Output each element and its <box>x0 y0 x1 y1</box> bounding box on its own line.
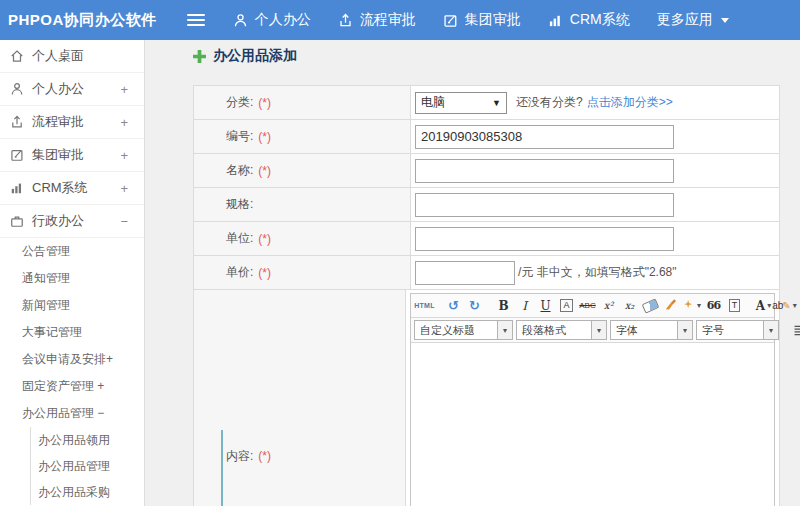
sidebar-item[interactable]: 办公用品管理 <box>30 453 144 479</box>
topbar-nav-label: CRM系统 <box>570 11 630 29</box>
align-left-button[interactable] <box>791 321 800 340</box>
price-input[interactable] <box>415 261 515 285</box>
sidebar-item-label: 固定资产管理 + <box>22 378 104 395</box>
name-input[interactable] <box>415 159 674 183</box>
expander-icon[interactable]: + <box>120 148 128 163</box>
label-text: 编号: <box>226 128 253 145</box>
sidebar-item-label: 公告管理 <box>22 243 70 260</box>
font-family-select[interactable]: 字体▾ <box>610 320 693 340</box>
topbar-nav-3[interactable]: 集团审批 <box>443 11 521 29</box>
sidebar-item[interactable]: 行政办公− <box>0 205 144 238</box>
select-label: 字号 <box>697 323 763 338</box>
editor-content-area[interactable] <box>411 343 774 506</box>
form-value-unit <box>411 222 779 255</box>
superscript-button[interactable]: x² <box>599 296 618 315</box>
glyph: ↺ <box>448 298 459 313</box>
unit-input[interactable] <box>415 227 674 251</box>
sidebar-item-label: CRM系统 <box>32 179 88 197</box>
sidebar-item[interactable]: 办公用品领用 <box>30 427 144 453</box>
sidebar-item[interactable]: CRM系统+ <box>0 172 144 205</box>
topbar-nav-2[interactable]: 流程审批 <box>338 11 416 29</box>
format-brush-button[interactable] <box>662 296 681 315</box>
required-mark: (*) <box>258 96 271 110</box>
source-button[interactable]: HTML <box>415 296 434 315</box>
label-text: 规格: <box>226 196 253 213</box>
sidebar-item[interactable]: 个人办公+ <box>0 73 144 106</box>
sidebar-item-label: 行政办公 <box>32 212 84 230</box>
form-row-code: 编号:(*) <box>194 120 779 154</box>
form-label-code: 编号:(*) <box>194 120 411 153</box>
sidebar-item[interactable]: 办公用品采购 <box>30 479 144 505</box>
undo-button[interactable]: ↺ <box>444 296 463 315</box>
rich-text-editor: HTML↺↻BIUAABCx²x₂▾66TA▾ab✎▾自定义标题▾段落格式▾字体… <box>410 293 775 506</box>
topbar-nav-label: 流程审批 <box>360 11 416 29</box>
form-label-content: 内容:(*) <box>194 290 406 506</box>
blockquote-button[interactable]: 66 <box>704 296 723 315</box>
editor-toolbar-row2: 自定义标题▾段落格式▾字体▾字号▾ <box>411 318 774 343</box>
align-left-icon <box>794 325 800 336</box>
char-border-button[interactable]: A <box>557 296 576 315</box>
add-supplies-form: 分类:(*)电脑▼还没有分类?点击添加分类>>编号:(*)名称:(*)规格:单位… <box>193 85 780 506</box>
required-mark: (*) <box>258 449 271 463</box>
redo-button[interactable]: ↻ <box>465 296 484 315</box>
expander-icon[interactable]: + <box>120 181 128 196</box>
sidebar-item[interactable]: 会议申请及安排+ <box>0 346 144 373</box>
label-text: 分类: <box>226 94 253 111</box>
font-color-button[interactable]: A▾ <box>754 296 773 315</box>
caret-down-icon: ▾ <box>793 301 797 310</box>
spec-input[interactable] <box>415 193 674 217</box>
sidebar-item-label: 新闻管理 <box>22 297 70 314</box>
topbar-nav-1[interactable]: 个人办公 <box>233 11 311 29</box>
topbar-nav-4[interactable]: CRM系统 <box>548 11 630 29</box>
form-label-spec: 规格: <box>194 188 411 221</box>
subscript-button[interactable]: x₂ <box>620 296 639 315</box>
expander-icon[interactable]: + <box>120 82 128 97</box>
form-value-spec <box>411 188 779 221</box>
expander-icon[interactable]: + <box>120 115 128 130</box>
sidebar-item[interactable]: 大事记管理 <box>0 319 144 346</box>
form-value-content: HTML↺↻BIUAABCx²x₂▾66TA▾ab✎▾自定义标题▾段落格式▾字体… <box>406 290 779 506</box>
sidebar-item[interactable]: 公告管理 <box>0 238 144 265</box>
brush-icon <box>665 299 678 312</box>
highlight-button[interactable]: ab✎▾ <box>775 296 794 315</box>
paragraph-select[interactable]: 段落格式▾ <box>516 320 607 340</box>
paste-plain-button[interactable]: T <box>725 296 744 315</box>
sidebar-item[interactable]: 集团审批+ <box>0 139 144 172</box>
code-input[interactable] <box>415 125 674 149</box>
glyph: x₂ <box>625 300 635 311</box>
page-title: 办公用品添加 <box>193 47 297 65</box>
home-icon <box>10 49 24 63</box>
hamburger-menu-icon[interactable] <box>187 14 205 26</box>
expander-icon[interactable]: − <box>120 214 128 229</box>
italic-button[interactable]: I <box>515 296 534 315</box>
glyph: x² <box>604 300 614 311</box>
bold-button[interactable]: B <box>494 296 513 315</box>
font-size-select[interactable]: 字号▾ <box>696 320 779 340</box>
strikethrough-button[interactable]: ABC <box>578 296 597 315</box>
caret-down-icon: ▾ <box>497 321 512 339</box>
sidebar-item[interactable]: 通知管理 <box>0 265 144 292</box>
form-value-name <box>411 154 779 187</box>
sidebar-item[interactable]: 新闻管理 <box>0 292 144 319</box>
person-icon <box>233 13 248 28</box>
remove-format-button[interactable] <box>641 296 660 315</box>
auto-typeset-button[interactable]: ▾ <box>683 296 702 315</box>
custom-title-select[interactable]: 自定义标题▾ <box>414 320 513 340</box>
caret-down-icon <box>721 18 729 23</box>
eraser-icon <box>642 298 660 313</box>
category-select[interactable]: 电脑▼ <box>415 92 507 114</box>
form-label-name: 名称:(*) <box>194 154 411 187</box>
sidebar-item-label: 办公用品采购 <box>38 484 110 501</box>
sidebar-item[interactable]: 流程审批+ <box>0 106 144 139</box>
add-category-link[interactable]: 点击添加分类>> <box>587 94 673 111</box>
sidebar-item-label: 通知管理 <box>22 270 70 287</box>
underline-button[interactable]: U <box>536 296 555 315</box>
label-text: 单位: <box>226 230 253 247</box>
topbar-nav-5[interactable]: 更多应用 <box>657 11 729 29</box>
sidebar-item[interactable]: 办公用品管理 − <box>0 400 144 427</box>
sidebar-item[interactable]: 固定资产管理 + <box>0 373 144 400</box>
chart-icon <box>548 13 563 28</box>
sidebar-item[interactable]: 个人桌面 <box>0 40 144 73</box>
glyph: I <box>522 299 527 313</box>
sidebar-item-label: 个人办公 <box>32 80 84 98</box>
